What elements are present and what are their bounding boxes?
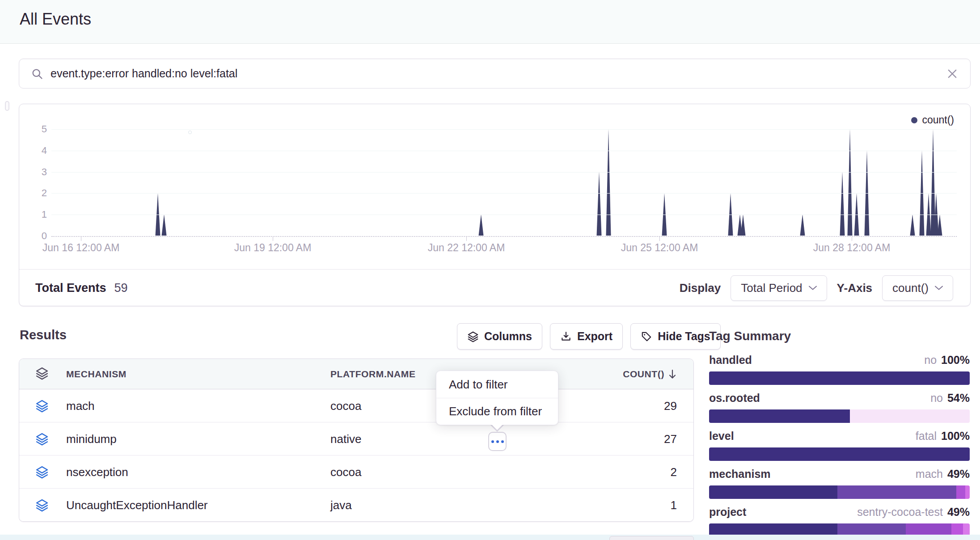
cell-mechanism[interactable]: UncaughtExceptionHandler (66, 489, 208, 522)
menu-item-add-to-filter[interactable]: Add to filter (436, 371, 558, 398)
table-row[interactable]: nsexceptioncocoa2 (19, 456, 693, 489)
tag-bar-segment[interactable] (850, 409, 970, 423)
hide-tags-button[interactable]: Hide Tags (630, 323, 721, 350)
columns-button[interactable]: Columns (457, 323, 542, 350)
chevron-down-icon (809, 286, 817, 290)
gridline (51, 172, 957, 173)
cell-count[interactable]: 1 (671, 489, 677, 522)
tag-top-value: mach (916, 468, 943, 481)
menu-caret (491, 424, 503, 430)
cell-actions-button[interactable] (488, 432, 507, 451)
cell-mechanism[interactable]: minidump (66, 422, 117, 456)
cell-count[interactable]: 29 (664, 389, 677, 422)
columns-button-label: Columns (484, 330, 532, 343)
cell-count[interactable]: 27 (664, 422, 677, 456)
tag-summary-panel: Tag Summary handledno100%os.rootedno54%l… (709, 325, 970, 343)
close-icon[interactable] (946, 68, 959, 80)
chart-footer: Total Events 59 Display Total Period Y-A… (19, 269, 970, 306)
results-toolbar: Columns Export Hide Tags (457, 323, 721, 350)
x-axis-tick (273, 237, 273, 241)
tag-distribution-bar[interactable] (709, 409, 970, 423)
results-heading: Results (20, 328, 67, 342)
tag-bar-segment[interactable] (956, 485, 965, 499)
tag-bar-segment[interactable] (837, 485, 956, 499)
arrow-down-icon (668, 369, 677, 379)
tag-name: os.rooted (709, 392, 760, 405)
tag-percentage: 100% (941, 354, 970, 367)
cell-platform[interactable]: native (330, 422, 361, 456)
search-bar[interactable]: event.type:error handled:no level:fatal (19, 59, 971, 89)
search-input[interactable]: event.type:error handled:no level:fatal (51, 67, 946, 80)
menu-item-exclude-from-filter[interactable]: Exclude from filter (436, 398, 558, 425)
table-row[interactable]: UncaughtExceptionHandlerjava1 (19, 489, 693, 522)
tag-bar-segment[interactable] (709, 447, 970, 461)
x-axis-tick (659, 237, 660, 241)
cell-mechanism[interactable]: nsexception (66, 456, 128, 489)
tag-bar-segment[interactable] (709, 409, 850, 423)
cell-platform[interactable]: cocoa (330, 456, 361, 489)
table-header-row: MECHANISM PLATFORM.NAME COUNT() (19, 359, 693, 389)
tag-bar-segment[interactable] (965, 485, 970, 499)
layers-icon (35, 489, 49, 522)
x-axis-tick-label: Jun 16 12:00 AM (27, 242, 135, 254)
tag-bar-segment[interactable] (709, 485, 837, 499)
tag-name: handled (709, 354, 752, 367)
table-row[interactable]: machcocoa29 (19, 389, 693, 422)
panel-drag-handle[interactable] (5, 101, 9, 111)
layers-icon (35, 456, 49, 489)
cell-count[interactable]: 2 (671, 456, 677, 489)
table-row[interactable]: minidumpnative27 (19, 422, 693, 456)
tag-entry-level: levelfatal100% (709, 430, 970, 461)
gridline (51, 215, 957, 215)
x-axis-tick-label: Jun 22 12:00 AM (413, 242, 520, 254)
layers-icon (35, 359, 49, 389)
display-label: Display (680, 281, 721, 295)
column-header-platform[interactable]: PLATFORM.NAME (330, 359, 416, 389)
y-axis-tick-label: 2 (25, 187, 47, 199)
tag-percentage: 49% (947, 506, 970, 519)
tag-distribution-bar[interactable] (709, 371, 970, 385)
tag-icon (641, 331, 652, 342)
tag-entry-os.rooted: os.rootedno54% (709, 392, 970, 423)
x-axis-tick (466, 237, 467, 241)
total-events-label: Total Events (35, 281, 106, 295)
download-icon (560, 331, 572, 342)
tag-top-value: no (930, 392, 943, 405)
display-select[interactable]: Total Period (731, 275, 827, 301)
column-header-mechanism[interactable]: MECHANISM (66, 359, 127, 389)
chart-plot[interactable]: count() 543210Jun 16 12:00 AMJun 19 12:0… (19, 104, 970, 269)
dot-icon (491, 440, 494, 443)
y-axis-select[interactable]: count() (882, 275, 953, 301)
chart-series-area (51, 104, 957, 236)
tag-name: mechanism (709, 468, 771, 481)
tag-distribution-bar[interactable] (709, 447, 970, 461)
results-table: MECHANISM PLATFORM.NAME COUNT() machcoco… (19, 359, 694, 522)
y-axis-tick-label: 1 (25, 209, 47, 220)
tag-bar-segment[interactable] (709, 371, 970, 385)
x-axis-tick-label: Jun 25 12:00 AM (606, 242, 713, 254)
y-axis-tick-label: 5 (25, 123, 47, 135)
x-axis-tick (852, 237, 852, 241)
events-chart-card: count() 543210Jun 16 12:00 AMJun 19 12:0… (19, 104, 971, 306)
columns-stack-icon (467, 331, 479, 342)
tag-entry-handled: handledno100% (709, 354, 970, 385)
tag-entry-project: projectsentry-cocoa-test49% (709, 506, 970, 537)
cell-platform[interactable]: cocoa (330, 389, 361, 422)
table-body: machcocoa29 minidumpnative27 nsexception… (19, 389, 693, 522)
layers-icon (35, 389, 49, 422)
tag-summary-heading: Tag Summary (709, 329, 970, 343)
cell-mechanism[interactable]: mach (66, 389, 95, 422)
chevron-down-icon (935, 286, 943, 290)
display-select-value: Total Period (741, 281, 802, 295)
column-header-count[interactable]: COUNT() (623, 359, 677, 389)
tag-distribution-bar[interactable] (709, 485, 970, 499)
tag-name: project (709, 506, 746, 519)
x-axis-tick (81, 237, 81, 241)
total-events-value: 59 (114, 281, 128, 295)
bottom-strip (0, 535, 980, 540)
tag-percentage: 100% (941, 430, 970, 443)
pagination-button-peek[interactable] (609, 536, 694, 540)
export-button[interactable]: Export (550, 323, 623, 350)
cell-platform[interactable]: java (330, 489, 352, 522)
dot-icon (496, 440, 499, 443)
